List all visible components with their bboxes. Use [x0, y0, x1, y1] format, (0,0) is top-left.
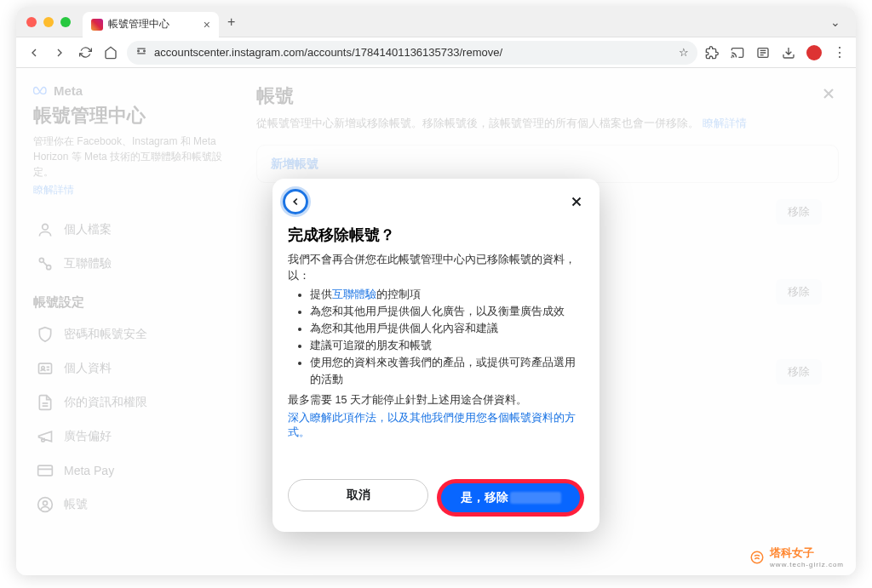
- browser-tab[interactable]: 帳號管理中心 ×: [83, 12, 219, 37]
- modal-bullet: 提供互聯體驗的控制項: [310, 286, 584, 303]
- watermark-icon: [749, 550, 765, 565]
- cast-icon[interactable]: [730, 45, 745, 60]
- window-minimize[interactable]: [43, 17, 54, 27]
- confirm-button-highlight: 是，移除: [437, 479, 584, 517]
- modal-bullet: 為您和其他用戶提供個人化內容和建議: [310, 320, 584, 337]
- modal-close-icon[interactable]: [565, 191, 588, 217]
- bookmark-star-icon[interactable]: ☆: [679, 46, 689, 59]
- home-button[interactable]: [101, 43, 120, 62]
- svg-point-1: [144, 50, 146, 52]
- watermark: 塔科女子 www.tech-girlz.com: [749, 545, 844, 568]
- svg-point-0: [138, 50, 140, 52]
- window-close[interactable]: [26, 17, 37, 27]
- modal-title: 完成移除帳號？: [288, 225, 584, 245]
- modal-note: 最多需要 15 天才能停止針對上述用途合併資料。: [288, 393, 584, 408]
- menu-icon[interactable]: ⋮: [832, 45, 847, 60]
- modal-overlay[interactable]: 完成移除帳號？ 我們不會再合併您在此帳號管理中心內已移除帳號的資料，以： 提供互…: [16, 68, 856, 575]
- site-settings-icon[interactable]: [135, 45, 147, 60]
- reload-button[interactable]: [76, 43, 95, 62]
- reading-list-icon[interactable]: [755, 45, 771, 60]
- forward-button[interactable]: [50, 43, 69, 62]
- redacted-username: [510, 492, 561, 504]
- modal-learn-more-link[interactable]: 深入瞭解此項作法，以及其他我們使用您各個帳號資料的方式。: [288, 411, 584, 440]
- back-button[interactable]: [25, 43, 43, 62]
- connected-experience-link[interactable]: 互聯體驗: [332, 288, 376, 300]
- browser-titlebar: 帳號管理中心 × + ⌄: [16, 7, 856, 37]
- instagram-favicon: [91, 19, 103, 31]
- confirm-remove-button[interactable]: 是，移除: [441, 483, 580, 512]
- confirm-remove-dialog: 完成移除帳號？ 我們不會再合併您在此帳號管理中心內已移除帳號的資料，以： 提供互…: [272, 179, 600, 532]
- modal-back-button[interactable]: [283, 189, 308, 214]
- tabs-dropdown-icon[interactable]: ⌄: [825, 14, 846, 31]
- modal-bullet: 使用您的資料來改善我們的產品，或提供可跨產品選用的活動: [310, 354, 584, 388]
- cancel-button[interactable]: 取消: [288, 479, 428, 511]
- modal-bullet: 建議可追蹤的朋友和帳號: [310, 337, 584, 354]
- profile-avatar[interactable]: [806, 45, 822, 60]
- modal-bullet: 為您和其他用戶提供個人化廣告，以及衡量廣告成效: [310, 303, 584, 320]
- tab-title: 帳號管理中心: [108, 17, 169, 31]
- downloads-icon[interactable]: [781, 45, 796, 60]
- modal-bullet-list: 提供互聯體驗的控制項 為您和其他用戶提供個人化廣告，以及衡量廣告成效 為您和其他…: [288, 286, 584, 388]
- svg-point-2: [731, 57, 732, 58]
- new-tab-button[interactable]: +: [224, 11, 238, 33]
- url-text: accountscenter.instagram.com/accounts/17…: [154, 46, 502, 59]
- tab-close-icon[interactable]: ×: [204, 18, 210, 31]
- modal-intro-text: 我們不會再合併您在此帳號管理中心內已移除帳號的資料，以：: [288, 252, 584, 284]
- browser-toolbar: accountscenter.instagram.com/accounts/17…: [16, 37, 856, 68]
- extensions-icon[interactable]: [704, 45, 720, 60]
- address-bar[interactable]: accountscenter.instagram.com/accounts/17…: [127, 41, 697, 65]
- window-maximize[interactable]: [60, 17, 71, 27]
